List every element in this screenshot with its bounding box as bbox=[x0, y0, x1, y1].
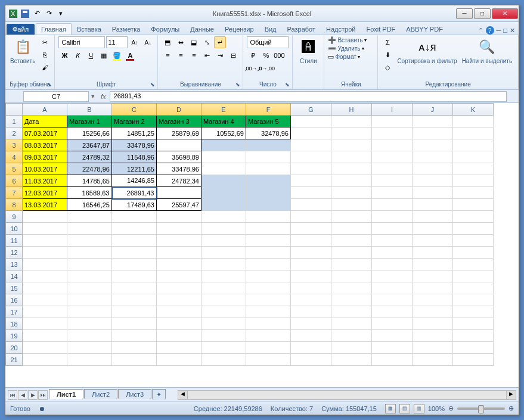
cell[interactable] bbox=[201, 270, 246, 282]
tab-insert[interactable]: Вставка bbox=[72, 23, 107, 35]
tab-layout[interactable]: Разметка bbox=[107, 23, 146, 35]
border-button[interactable]: ▦ bbox=[98, 49, 110, 61]
cell[interactable] bbox=[23, 247, 67, 259]
cell[interactable] bbox=[246, 247, 291, 259]
cell-F1[interactable]: Магазин 5 bbox=[246, 116, 291, 127]
row-header[interactable]: 12 bbox=[6, 247, 23, 259]
cell[interactable] bbox=[413, 330, 453, 342]
cell[interactable] bbox=[246, 306, 291, 318]
col-header-B[interactable]: B bbox=[67, 104, 112, 116]
row-header-5[interactable]: 5 bbox=[6, 163, 23, 175]
zoom-slider[interactable] bbox=[457, 407, 505, 410]
cut-icon[interactable]: ✂ bbox=[39, 36, 51, 48]
cell-A4[interactable]: 09.03.2017 bbox=[23, 151, 67, 163]
cell[interactable] bbox=[157, 330, 201, 342]
cell[interactable] bbox=[291, 354, 331, 366]
cell-F5[interactable] bbox=[246, 163, 291, 175]
cell[interactable] bbox=[453, 199, 494, 211]
view-pagebreak-icon[interactable]: ▥ bbox=[414, 404, 424, 413]
italic-button[interactable]: К bbox=[72, 49, 83, 61]
col-header-G[interactable]: G bbox=[291, 104, 331, 116]
select-all-corner[interactable] bbox=[6, 104, 23, 116]
row-header-6[interactable]: 6 bbox=[6, 175, 23, 187]
cell[interactable] bbox=[67, 211, 112, 223]
cell[interactable] bbox=[201, 354, 246, 366]
cell[interactable] bbox=[67, 223, 112, 235]
close-button[interactable]: ✕ bbox=[492, 8, 518, 19]
cell[interactable] bbox=[112, 330, 157, 342]
cell[interactable] bbox=[157, 342, 201, 354]
row-header[interactable]: 16 bbox=[6, 294, 23, 306]
align-bottom-icon[interactable]: ⬓ bbox=[188, 36, 200, 48]
cell[interactable] bbox=[453, 151, 494, 163]
cell[interactable] bbox=[331, 187, 372, 199]
cell[interactable] bbox=[291, 247, 331, 259]
minimize-ribbon-icon[interactable]: ⌃ bbox=[478, 27, 483, 35]
cell[interactable] bbox=[67, 294, 112, 306]
cell[interactable] bbox=[201, 318, 246, 330]
cell[interactable] bbox=[246, 211, 291, 223]
cell-E1[interactable]: Магазин 4 bbox=[201, 116, 246, 127]
cell[interactable] bbox=[453, 306, 494, 318]
cell[interactable] bbox=[331, 318, 372, 330]
cell[interactable] bbox=[112, 223, 157, 235]
scroll-right-icon[interactable]: ▶ bbox=[506, 391, 516, 399]
cell[interactable] bbox=[453, 139, 494, 151]
col-header-A[interactable]: A bbox=[23, 104, 67, 116]
cell[interactable] bbox=[413, 151, 453, 163]
col-header-F[interactable]: F bbox=[246, 104, 291, 116]
row-header[interactable]: 13 bbox=[6, 259, 23, 270]
cell[interactable] bbox=[453, 163, 494, 175]
cell-A5[interactable]: 10.03.2017 bbox=[23, 163, 67, 175]
cell[interactable] bbox=[157, 306, 201, 318]
view-layout-icon[interactable]: ▤ bbox=[399, 404, 410, 413]
cell[interactable] bbox=[246, 354, 291, 366]
cell[interactable] bbox=[453, 116, 494, 127]
cell[interactable] bbox=[67, 247, 112, 259]
cell[interactable] bbox=[67, 318, 112, 330]
scroll-left-icon[interactable]: ◀ bbox=[178, 391, 188, 399]
row-header[interactable]: 9 bbox=[6, 211, 23, 223]
cell[interactable] bbox=[413, 270, 453, 282]
cell[interactable] bbox=[23, 235, 67, 247]
cell-E5[interactable] bbox=[201, 163, 246, 175]
cell[interactable] bbox=[372, 259, 413, 270]
cell[interactable] bbox=[331, 294, 372, 306]
macro-record-icon[interactable]: ⏺ bbox=[39, 405, 45, 412]
sheet-tab-3[interactable]: Лист3 bbox=[118, 389, 151, 399]
cell-D4[interactable]: 35698,89 bbox=[157, 151, 201, 163]
cell-C5[interactable]: 12211,65 bbox=[112, 163, 157, 175]
save-icon[interactable] bbox=[20, 8, 30, 19]
sort-filter-button[interactable]: ᴀ↓я Сортировка и фильтр bbox=[396, 36, 458, 66]
cell[interactable] bbox=[291, 270, 331, 282]
cell[interactable] bbox=[67, 306, 112, 318]
currency-icon[interactable]: ₽ bbox=[247, 49, 259, 61]
underline-button[interactable]: Ч bbox=[85, 49, 97, 61]
fill-icon[interactable]: ⬇ bbox=[382, 49, 393, 61]
tab-addins[interactable]: Надстрой bbox=[321, 23, 361, 35]
align-right-icon[interactable]: ≡ bbox=[188, 49, 200, 61]
cell-B1[interactable]: Магазин 1 bbox=[67, 116, 112, 127]
cell[interactable] bbox=[453, 223, 494, 235]
merge-icon[interactable]: ⊟ bbox=[227, 49, 239, 61]
sheet-nav-last-icon[interactable]: ⏭ bbox=[38, 390, 48, 400]
cell-D7[interactable] bbox=[157, 187, 201, 199]
cell[interactable] bbox=[291, 294, 331, 306]
cell-C1[interactable]: Магазин 2 bbox=[112, 116, 157, 127]
cell[interactable] bbox=[157, 270, 201, 282]
wrap-text-icon[interactable]: ↵ bbox=[214, 36, 226, 48]
format-painter-icon[interactable]: 🖌 bbox=[39, 61, 51, 73]
styles-button[interactable]: 🅰 Стили bbox=[296, 36, 320, 66]
row-header[interactable]: 19 bbox=[6, 330, 23, 342]
cell[interactable] bbox=[23, 259, 67, 270]
tab-review[interactable]: Рецензир bbox=[219, 23, 259, 35]
cell-E4[interactable] bbox=[201, 151, 246, 163]
cell[interactable] bbox=[372, 163, 413, 175]
zoom-out-button[interactable]: ⊖ bbox=[448, 405, 454, 412]
cell[interactable] bbox=[157, 247, 201, 259]
new-sheet-button[interactable]: ✦ bbox=[152, 389, 166, 400]
cell[interactable] bbox=[157, 223, 201, 235]
increase-font-icon[interactable]: A↑ bbox=[129, 36, 141, 48]
cell[interactable] bbox=[23, 354, 67, 366]
cell[interactable] bbox=[453, 211, 494, 223]
